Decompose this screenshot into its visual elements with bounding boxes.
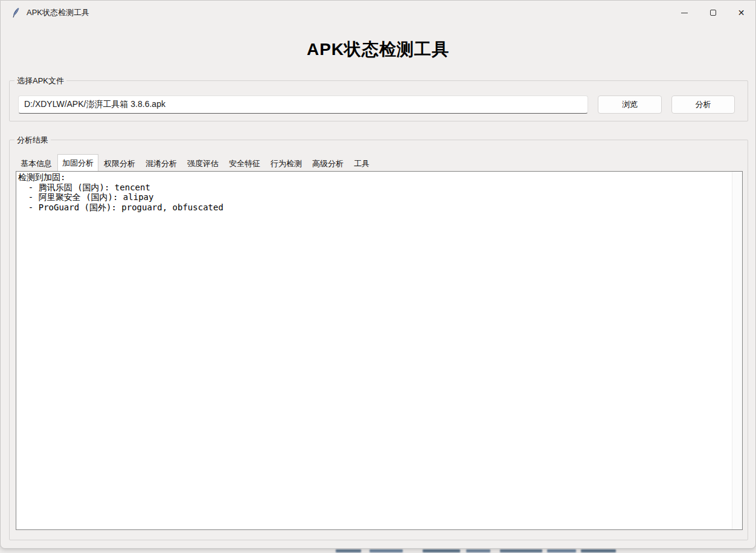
close-button[interactable]: ✕ <box>727 1 755 25</box>
page-title: APK状态检测工具 <box>1 38 755 61</box>
results-tabbar: 基本信息 加固分析 权限分析 混淆分析 强度评估 安全特征 行为检测 高级分析 … <box>16 155 375 171</box>
window-title: APK状态检测工具 <box>27 7 89 18</box>
tab-basic-info[interactable]: 基本信息 <box>16 157 57 171</box>
output-line: - ProGuard (国外): proguard, obfuscated <box>18 202 730 213</box>
output-line: - 阿里聚安全 (国内): alipay <box>18 192 730 202</box>
analysis-output-text: 检测到加固: - 腾讯乐固 (国内): tencent - 阿里聚安全 (国内)… <box>18 172 730 528</box>
vertical-scrollbar[interactable] <box>732 172 742 529</box>
taskbar-blur-segment <box>423 549 460 552</box>
taskbar-blur-segment <box>581 549 616 552</box>
minimize-icon <box>681 13 688 13</box>
tab-tools[interactable]: 工具 <box>349 157 374 171</box>
tab-obfuscation-analysis[interactable]: 混淆分析 <box>141 157 182 171</box>
browse-button[interactable]: 浏览 <box>598 95 662 114</box>
results-groupbox: 分析结果 基本信息 加固分析 权限分析 混淆分析 强度评估 安全特征 行为检测 … <box>9 140 748 540</box>
close-icon: ✕ <box>738 8 745 17</box>
tab-permission-analysis[interactable]: 权限分析 <box>99 157 140 171</box>
tab-behavior-detection[interactable]: 行为检测 <box>266 157 307 171</box>
tab-strength-evaluation[interactable]: 强度评估 <box>182 157 223 171</box>
maximize-icon <box>710 10 716 16</box>
analysis-output-textarea[interactable]: 检测到加固: - 腾讯乐固 (国内): tencent - 阿里聚安全 (国内)… <box>16 171 743 530</box>
output-line: 检测到加固: <box>18 172 730 183</box>
taskbar-blur-segment <box>336 549 361 552</box>
taskbar-blur-segment <box>466 549 490 552</box>
tab-security-features[interactable]: 安全特征 <box>224 157 265 171</box>
app-window: APK状态检测工具 ✕ APK状态检测工具 选择APK文件 浏览 分析 分析结果… <box>0 0 756 549</box>
tk-feather-icon <box>11 7 21 18</box>
output-line: - 腾讯乐固 (国内): tencent <box>18 183 730 193</box>
maximize-button[interactable] <box>699 1 727 25</box>
tab-packer-analysis[interactable]: 加固分析 <box>57 154 98 171</box>
results-label: 分析结果 <box>14 134 51 146</box>
analyze-button[interactable]: 分析 <box>671 95 735 114</box>
titlebar[interactable]: APK状态检测工具 ✕ <box>1 1 755 25</box>
apk-path-input[interactable] <box>18 95 588 114</box>
taskbar-blur-segment <box>370 549 403 552</box>
tab-advanced-analysis[interactable]: 高级分析 <box>307 157 348 171</box>
taskbar-blur-segment <box>547 549 576 552</box>
file-select-groupbox: 选择APK文件 浏览 分析 <box>9 80 748 121</box>
file-select-label: 选择APK文件 <box>14 75 66 87</box>
taskbar-blur-segment <box>500 549 542 552</box>
minimize-button[interactable] <box>670 1 699 25</box>
